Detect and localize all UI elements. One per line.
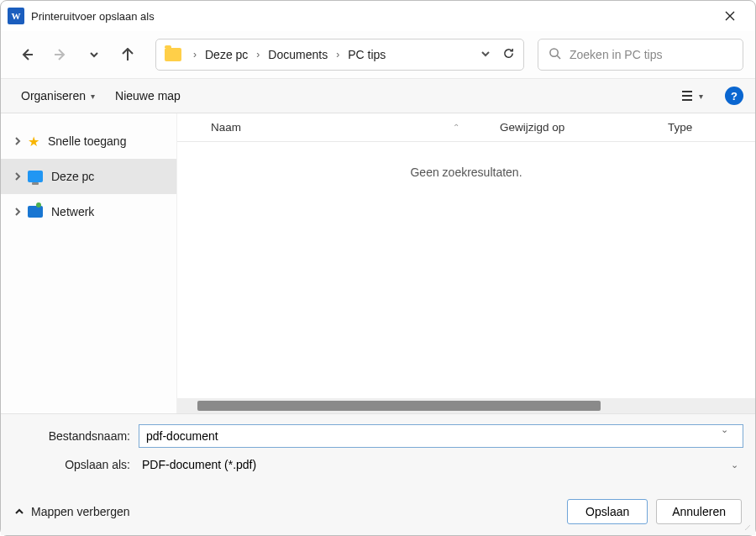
file-list-pane: Naam ⌃ Gewijzigd op Type Geen zoekresult…	[177, 113, 755, 413]
organize-menu[interactable]: Organiseren ▾	[13, 84, 103, 108]
dialog-body: ★ Snelle toegang Deze pc Netwerk Naam ⌃	[1, 113, 755, 413]
tree-item-network[interactable]: Netwerk	[1, 194, 176, 229]
chevron-down-icon: ▾	[699, 92, 703, 101]
arrow-right-icon	[54, 48, 67, 61]
new-folder-label: Nieuwe map	[115, 89, 181, 102]
close-icon	[725, 11, 735, 21]
column-label: Type	[668, 121, 692, 134]
column-header-modified[interactable]: Gewijzigd op	[488, 113, 656, 141]
search-box[interactable]	[538, 39, 743, 71]
toolbar: Organiseren ▾ Nieuwe map ▾ ?	[1, 78, 755, 113]
breadcrumb-separator-icon: ›	[333, 49, 343, 60]
chevron-up-icon	[14, 507, 24, 517]
breadcrumb-separator-icon: ›	[190, 49, 200, 60]
empty-results-message: Geen zoekresultaten.	[410, 166, 522, 179]
address-dropdown[interactable]	[480, 47, 491, 62]
search-icon	[549, 47, 561, 63]
expand-toggle[interactable]	[13, 136, 23, 146]
column-headers: Naam ⌃ Gewijzigd op Type	[177, 113, 755, 142]
chevron-right-icon	[13, 137, 22, 145]
help-icon: ?	[731, 90, 738, 102]
expand-toggle[interactable]	[13, 207, 23, 217]
chevron-right-icon	[13, 208, 22, 216]
column-label: Gewijzigd op	[500, 121, 564, 134]
chevron-right-icon	[13, 172, 22, 181]
saveas-value: PDF-document (*.pdf)	[139, 458, 256, 471]
expand-toggle[interactable]	[13, 171, 23, 181]
nav-up-button[interactable]	[113, 40, 142, 69]
new-folder-button[interactable]: Nieuwe map	[107, 84, 189, 108]
tree-item-quick-access[interactable]: ★ Snelle toegang	[1, 123, 176, 159]
arrow-up-icon	[121, 48, 134, 61]
resize-grip-icon[interactable]: ⟋	[743, 523, 753, 533]
organize-label: Organiseren	[21, 89, 86, 102]
chevron-down-icon	[89, 50, 99, 60]
refresh-icon	[502, 47, 515, 60]
sort-indicator-icon: ⌃	[453, 123, 459, 132]
breadcrumb-item[interactable]: PC tips	[344, 45, 389, 65]
chevron-down-icon: ⌄	[731, 460, 738, 470]
chevron-down-icon	[480, 49, 491, 59]
title-bar: Printeruitvoer opslaan als	[1, 1, 755, 31]
saveas-combo[interactable]: PDF-document (*.pdf) ⌄	[139, 453, 743, 476]
nav-recent-dropdown[interactable]	[80, 40, 108, 69]
close-button[interactable]	[711, 3, 748, 29]
star-icon: ★	[28, 134, 39, 150]
monitor-icon	[28, 171, 43, 182]
word-app-icon	[8, 8, 24, 24]
refresh-button[interactable]	[502, 47, 515, 63]
arrow-left-icon	[20, 48, 34, 61]
help-button[interactable]: ?	[725, 87, 743, 105]
hide-folders-label: Mappen verbergen	[31, 505, 130, 518]
navigation-tree: ★ Snelle toegang Deze pc Netwerk	[1, 113, 177, 413]
column-header-type[interactable]: Type	[656, 113, 755, 141]
filename-input[interactable]	[139, 424, 743, 448]
action-bar: Mappen verbergen Opslaan Annuleren	[1, 488, 755, 535]
filename-row: Bestandsnaam: ⌄	[13, 424, 743, 448]
nav-forward-button[interactable]	[46, 40, 75, 69]
save-button[interactable]: Opslaan	[567, 499, 648, 524]
folder-icon	[165, 48, 181, 61]
hide-folders-toggle[interactable]: Mappen verbergen	[14, 505, 130, 518]
network-icon	[28, 206, 43, 218]
cancel-button[interactable]: Annuleren	[656, 499, 742, 524]
breadcrumb: › Deze pc › Documents › PC tips	[190, 45, 480, 65]
breadcrumb-item[interactable]: Documents	[265, 45, 331, 65]
footer-inputs: Bestandsnaam: ⌄ Opslaan als: PDF-documen…	[1, 413, 755, 488]
navigation-row: › Deze pc › Documents › PC tips	[1, 31, 755, 78]
tree-item-label: Snelle toegang	[48, 134, 126, 148]
address-bar[interactable]: › Deze pc › Documents › PC tips	[155, 39, 524, 71]
svg-point-0	[550, 48, 558, 55]
list-view-icon	[680, 89, 694, 102]
filename-label: Bestandsnaam:	[13, 429, 139, 443]
tree-item-this-pc[interactable]: Deze pc	[1, 159, 176, 194]
column-header-name[interactable]: Naam ⌃	[177, 113, 488, 141]
nav-back-button[interactable]	[13, 40, 41, 69]
view-options-button[interactable]: ▾	[674, 84, 710, 108]
breadcrumb-separator-icon: ›	[253, 49, 263, 60]
tree-item-label: Deze pc	[51, 170, 94, 183]
tree-item-label: Netwerk	[51, 205, 94, 218]
column-label: Naam	[211, 121, 241, 134]
file-list: Geen zoekresultaten.	[177, 142, 755, 398]
save-as-dialog: Printeruitvoer opslaan als › Deze pc › D…	[0, 0, 756, 536]
search-input[interactable]	[570, 48, 732, 61]
horizontal-scrollbar[interactable]	[177, 398, 755, 413]
chevron-down-icon: ▾	[91, 92, 95, 101]
window-title: Printeruitvoer opslaan als	[31, 10, 155, 23]
breadcrumb-item[interactable]: Deze pc	[202, 45, 251, 65]
saveas-row: Opslaan als: PDF-document (*.pdf) ⌄	[13, 453, 743, 476]
saveas-label: Opslaan als:	[13, 458, 139, 471]
scrollbar-thumb[interactable]	[197, 401, 601, 411]
